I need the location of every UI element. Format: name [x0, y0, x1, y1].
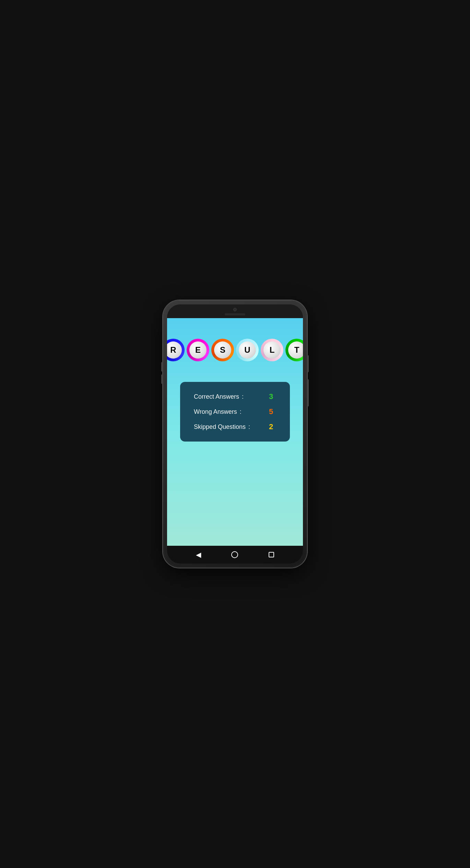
wrong-answers-value: 5 — [266, 407, 276, 416]
speaker-icon — [225, 313, 245, 315]
letter-ball-l: L — [261, 339, 283, 361]
letter-ball-e: E — [187, 339, 209, 361]
volume-down-button[interactable] — [161, 374, 163, 384]
home-circle-icon — [231, 551, 238, 558]
letter-r: R — [167, 341, 182, 359]
volume-up-button[interactable] — [161, 362, 163, 372]
stats-card: Correct Answers : 3 Wrong Answers : 5 Sk… — [180, 382, 290, 442]
phone-screen-area: R E S U L T — [167, 304, 303, 564]
correct-separator: : — [242, 393, 244, 400]
navigation-bar: ◀ — [167, 546, 303, 564]
letter-ball-r: R — [167, 339, 185, 361]
correct-answers-row: Correct Answers : 3 — [194, 392, 276, 401]
wrong-answers-row: Wrong Answers : 5 — [194, 407, 276, 416]
skipped-questions-label: Skipped Questions — [194, 423, 246, 431]
letter-ball-s: S — [211, 339, 234, 361]
skipped-separator: : — [248, 423, 250, 431]
skipped-questions-row: Skipped Questions : 2 — [194, 422, 276, 431]
letter-ball-t: T — [285, 339, 303, 361]
skipped-questions-value: 2 — [266, 422, 276, 431]
letter-s: S — [214, 341, 231, 359]
recents-square-icon — [269, 552, 274, 557]
camera-icon — [233, 308, 237, 311]
correct-answers-label: Correct Answers — [194, 393, 239, 400]
letter-l: L — [263, 341, 281, 359]
skipped-questions-left: Skipped Questions : — [194, 423, 253, 431]
phone-top-bar — [167, 304, 303, 318]
home-button[interactable] — [231, 551, 238, 558]
letter-t: T — [288, 341, 303, 359]
result-title-letters: R E S U L T — [167, 339, 303, 361]
wrong-answers-left: Wrong Answers : — [194, 408, 244, 415]
correct-answers-left: Correct Answers : — [194, 393, 246, 400]
back-button[interactable]: ◀ — [196, 551, 201, 559]
app-screen: R E S U L T — [167, 318, 303, 546]
phone-device: R E S U L T — [163, 300, 307, 568]
letter-ball-u: U — [236, 339, 259, 361]
wrong-answers-label: Wrong Answers — [194, 408, 237, 415]
letter-e: E — [189, 341, 207, 359]
wrong-separator: : — [240, 408, 242, 415]
letter-u: U — [239, 341, 256, 359]
recents-button[interactable] — [269, 552, 274, 557]
correct-answers-value: 3 — [266, 392, 276, 401]
